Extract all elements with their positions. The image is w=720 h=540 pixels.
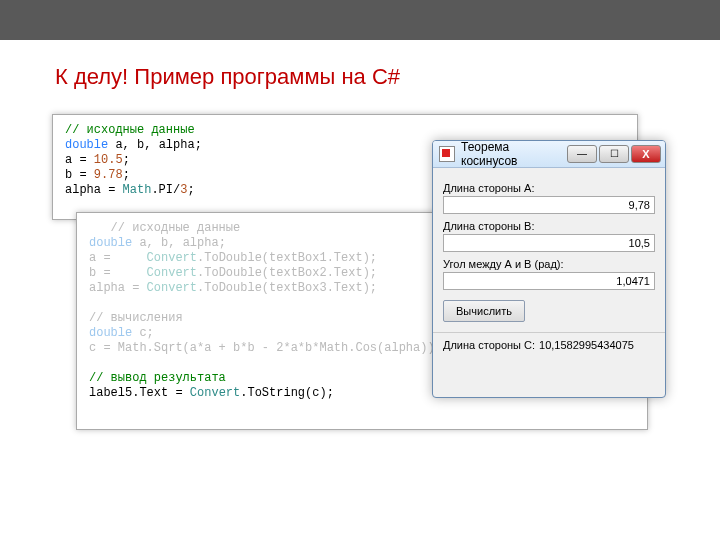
code-text: a, b, alpha; — [132, 236, 226, 250]
maximize-button[interactable]: ☐ — [599, 145, 629, 163]
input-side-a[interactable] — [443, 196, 655, 214]
code-text: alpha = — [65, 183, 123, 197]
code-class: Convert — [147, 251, 197, 265]
code-text: .ToDouble(textBox3.Text); — [197, 281, 377, 295]
label-side-b: Длина стороны B: — [443, 220, 655, 232]
code-text: ; — [123, 168, 130, 182]
app-icon — [439, 146, 455, 162]
code-number: 9.78 — [94, 168, 123, 182]
calculate-button[interactable]: Вычислить — [443, 300, 525, 322]
code-keyword: double — [89, 236, 132, 250]
label-side-c: Длина стороны C: — [443, 339, 535, 351]
input-side-b[interactable] — [443, 234, 655, 252]
code-text: alpha = — [89, 281, 147, 295]
separator — [433, 332, 665, 333]
code-comment: // вывод результата — [89, 371, 226, 385]
slide-title: К делу! Пример программы на C# — [55, 64, 400, 90]
winform-body: Длина стороны А: Длина стороны B: Угол м… — [433, 168, 665, 361]
code-text: .ToString(c); — [240, 386, 334, 400]
code-text: a = — [65, 153, 94, 167]
label-angle: Угол между А и В (рад): — [443, 258, 655, 270]
code-text: a, b, alpha; — [108, 138, 202, 152]
code-class: Convert — [147, 281, 197, 295]
code-text: b = — [89, 266, 147, 280]
code-class: Convert — [147, 266, 197, 280]
code-text: c; — [132, 326, 154, 340]
code-comment: // вычисления — [89, 311, 183, 325]
code-text: .ToDouble(textBox1.Text); — [197, 251, 377, 265]
code-number: 10.5 — [94, 153, 123, 167]
code-text: .PI/ — [151, 183, 180, 197]
code-text: ; — [187, 183, 194, 197]
code-class: Math — [123, 183, 152, 197]
code-keyword: double — [89, 326, 132, 340]
code-text: c = Math.Sqrt(a*a + b*b - 2*a*b*Math.Cos… — [89, 341, 442, 355]
code-text: a = — [89, 251, 147, 265]
code-comment: // исходные данные — [89, 221, 240, 235]
value-side-c: 10,1582995434075 — [539, 339, 634, 351]
code-class: Convert — [190, 386, 240, 400]
code-comment: // исходные данные — [65, 123, 195, 137]
winform-caption: Теорема косинусов — [461, 140, 565, 168]
result-row: Длина стороны C: 10,1582995434075 — [443, 339, 655, 351]
label-side-a: Длина стороны А: — [443, 182, 655, 194]
code-text: .ToDouble(textBox2.Text); — [197, 266, 377, 280]
minimize-button[interactable]: — — [567, 145, 597, 163]
winform-titlebar: Теорема косинусов — ☐ X — [433, 141, 665, 168]
code-text: label5.Text = — [89, 386, 190, 400]
input-angle[interactable] — [443, 272, 655, 290]
code-text: ; — [123, 153, 130, 167]
top-bar — [0, 0, 720, 40]
code-text: b = — [65, 168, 94, 182]
code-keyword: double — [65, 138, 108, 152]
winform-window: Теорема косинусов — ☐ X Длина стороны А:… — [432, 140, 666, 398]
close-button[interactable]: X — [631, 145, 661, 163]
